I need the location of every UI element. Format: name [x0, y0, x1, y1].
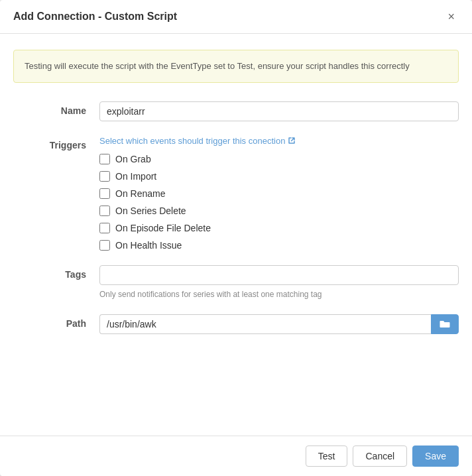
name-label: Name — [13, 101, 99, 116]
modal-footer: Test Cancel Save — [0, 436, 472, 476]
path-row: Path — [13, 314, 459, 334]
folder-icon — [440, 319, 450, 329]
info-box: Testing will execute the script with the… — [13, 50, 459, 83]
checkbox-on-health-issue-input[interactable] — [99, 240, 110, 251]
browse-button[interactable] — [431, 314, 459, 334]
checkbox-on-episode-file-delete-input[interactable] — [99, 223, 110, 233]
cancel-button[interactable]: Cancel — [353, 446, 407, 467]
checkbox-on-grab-label: On Grab — [115, 154, 151, 164]
modal-body: Testing will execute the script with the… — [0, 34, 472, 436]
tags-label: Tags — [13, 265, 99, 280]
checkbox-on-health-issue[interactable]: On Health Issue — [99, 240, 459, 251]
info-text: Testing will execute the script with the… — [25, 61, 410, 71]
triggers-control: Select which events should trigger this … — [99, 136, 459, 251]
checkbox-on-episode-file-delete-label: On Episode File Delete — [115, 223, 211, 233]
path-input[interactable] — [99, 314, 431, 334]
triggers-link-text: Select which events should trigger this … — [99, 136, 285, 146]
modal-header: Add Connection - Custom Script × — [0, 0, 472, 34]
tags-input[interactable] — [99, 265, 459, 285]
tags-control: Only send notifications for series with … — [99, 265, 459, 300]
checkbox-on-rename-label: On Rename — [115, 188, 165, 199]
external-link-icon — [288, 137, 296, 145]
checkbox-on-health-issue-label: On Health Issue — [115, 240, 182, 251]
path-control — [99, 314, 459, 334]
checkbox-group: On Grab On Import On Rename On Series De… — [99, 154, 459, 251]
checkbox-on-import-input[interactable] — [99, 171, 110, 182]
name-input[interactable] — [99, 101, 459, 121]
checkbox-on-import-label: On Import — [115, 171, 156, 182]
checkbox-on-import[interactable]: On Import — [99, 171, 459, 182]
triggers-label: Triggers — [13, 136, 99, 150]
modal-container: Add Connection - Custom Script × Testing… — [0, 0, 472, 476]
tags-row: Tags Only send notifications for series … — [13, 265, 459, 300]
tags-hint: Only send notifications for series with … — [99, 289, 459, 300]
name-control — [99, 101, 459, 121]
checkbox-on-rename-input[interactable] — [99, 188, 110, 199]
test-button[interactable]: Test — [306, 446, 348, 467]
checkbox-on-grab[interactable]: On Grab — [99, 154, 459, 164]
path-label: Path — [13, 314, 99, 329]
checkbox-on-grab-input[interactable] — [99, 154, 110, 164]
name-row: Name — [13, 101, 459, 121]
path-wrapper — [99, 314, 459, 334]
checkbox-on-series-delete[interactable]: On Series Delete — [99, 206, 459, 216]
checkbox-on-series-delete-label: On Series Delete — [115, 206, 186, 216]
save-button[interactable]: Save — [412, 446, 459, 467]
modal-title: Add Connection - Custom Script — [13, 11, 177, 23]
triggers-row: Triggers Select which events should trig… — [13, 136, 459, 251]
checkbox-on-series-delete-input[interactable] — [99, 206, 110, 216]
checkbox-on-rename[interactable]: On Rename — [99, 188, 459, 199]
close-button[interactable]: × — [443, 9, 459, 24]
checkbox-on-episode-file-delete[interactable]: On Episode File Delete — [99, 223, 459, 233]
triggers-link[interactable]: Select which events should trigger this … — [99, 136, 459, 146]
